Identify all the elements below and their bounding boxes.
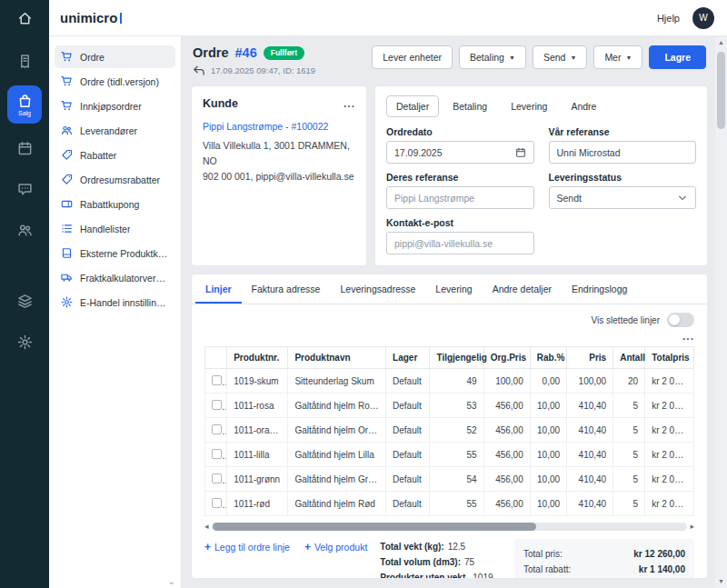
sidebar-item[interactable]: Rabatter (55, 144, 175, 166)
order-date-input[interactable]: 17.09.2025 (386, 141, 534, 164)
totals-info: Total vekt (kg): 12.5 Total volum (dm3):… (380, 539, 502, 579)
sidebar-scroll-chevron-icon[interactable]: ⌄ (168, 576, 175, 586)
row-checkbox[interactable] (212, 449, 222, 459)
cell-pris[interactable]: 410,40 (567, 418, 613, 443)
sidebar-item[interactable]: Eksterne Produktkataloger (55, 242, 175, 264)
summary-row: Total rabatt: kr 1 140,00 (523, 562, 685, 577)
cell-pris[interactable]: 410,40 (567, 443, 613, 467)
sidebar-item[interactable]: Rabattkupong (55, 193, 175, 215)
cell-pris[interactable]: 410,40 (567, 492, 613, 516)
send-dropdown-button[interactable]: Send▼ (533, 45, 587, 69)
more-dropdown-button[interactable]: Mer▼ (593, 45, 642, 69)
table-row[interactable]: 1011-oransje Galtåtind hjelm Oransje Def… (205, 418, 694, 443)
sidebar-item[interactable]: Ordre (tidl.versjon) (55, 70, 175, 93)
delivery-status-select[interactable]: Sendt (549, 186, 697, 209)
details-tab[interactable]: Andre (561, 95, 606, 117)
delivery-status-label: Leveringsstatus (549, 172, 697, 183)
settings-rail-icon[interactable] (7, 325, 42, 358)
lines-tab[interactable]: Leveringsadresse (330, 274, 425, 304)
details-tab[interactable]: Levering (501, 95, 557, 117)
row-checkbox[interactable] (212, 424, 222, 434)
layers-rail-icon[interactable] (7, 284, 42, 317)
add-order-line-link[interactable]: + Legg til ordre linje (204, 541, 290, 553)
scroll-up-arrow[interactable]: ▲ (718, 39, 724, 46)
cell-antall[interactable]: 5 (613, 394, 645, 418)
lines-tab[interactable]: Andre detaljer (483, 274, 562, 304)
sidebar-item[interactable]: Ordresumsrabatter (55, 168, 175, 191)
vertical-scrollbar: ▲ ▼ (715, 36, 727, 588)
table-row[interactable]: 1019-skum Sitteunderlag Skum Default 49 … (205, 369, 694, 394)
show-deleted-toggle[interactable] (667, 313, 694, 327)
deliver-units-button[interactable]: Lever enheter (372, 45, 453, 69)
cell-rabatt: 10,00 (530, 418, 566, 443)
orders-rail-icon[interactable] (7, 45, 42, 77)
contact-email-input[interactable] (386, 232, 534, 254)
sidebar-item[interactable]: Leverandører (55, 119, 175, 142)
sidebar-item[interactable]: Fraktkalkulatorverktøy (55, 266, 175, 289)
details-tab[interactable]: Betaling (443, 95, 497, 117)
cell-pris[interactable]: 410,40 (567, 394, 613, 418)
table-row[interactable]: 1011-rosa Galtåtind hjelm Rosa Default 5… (205, 394, 694, 418)
lines-tab[interactable]: Linjer (195, 274, 242, 304)
checkbox-column-header (205, 347, 227, 369)
scroll-left-arrow[interactable]: ◂ (204, 523, 209, 531)
sidebar-item[interactable]: Ordre (55, 45, 175, 68)
row-checkbox[interactable] (212, 498, 222, 508)
payment-dropdown-button[interactable]: Betaling▼ (459, 45, 526, 69)
contacts-rail-icon[interactable] (7, 214, 42, 246)
vscroll-track[interactable] (717, 48, 725, 575)
receipt-icon (17, 54, 33, 69)
main-content: Ordre #46 Fullført 17.09.2025 09:47, ID:… (182, 36, 715, 588)
cell-pris[interactable]: 410,40 (567, 467, 613, 492)
avatar[interactable]: W (692, 7, 714, 29)
lines-tab[interactable]: Faktura adresse (242, 274, 331, 304)
save-button[interactable]: Lagre (649, 45, 706, 69)
help-link[interactable]: Hjelp (657, 13, 680, 24)
lines-tab[interactable]: Endringslogg (562, 274, 637, 304)
column-header: Tilgjengelig (430, 347, 483, 369)
cell-totalpris: kr 2 052,00 (645, 418, 694, 443)
sales-rail-item-active[interactable]: Salg (7, 85, 42, 124)
details-tab[interactable]: Detaljer (386, 95, 439, 117)
row-checkbox[interactable] (212, 400, 222, 410)
layers-icon (17, 294, 33, 309)
summary-label: Total rabatt: (523, 564, 571, 574)
cell-antall[interactable]: 5 (613, 492, 645, 516)
row-checkbox[interactable] (212, 375, 222, 385)
select-product-link[interactable]: + Velg produkt (304, 541, 367, 553)
our-reference-input[interactable] (549, 141, 697, 164)
customer-link[interactable]: Pippi Langstrømpe - #100022 (203, 121, 355, 132)
order-summary: Total pris: kr 12 260,00 Total rabatt: k… (514, 539, 694, 579)
back-arrow-icon (193, 65, 204, 76)
sidebar-item[interactable]: E-Handel innstillinger (55, 291, 175, 314)
cell-totalpris: kr 2 052,00 (645, 394, 694, 418)
sidebar-item-label: Innkjøpsordrer (80, 101, 142, 112)
cell-pris[interactable]: 100,00 (567, 369, 613, 394)
table-row[interactable]: 1011-rød Galtåtind hjelm Rød Default 55 … (205, 492, 694, 516)
sidebar-item[interactable]: Handlelister (55, 217, 175, 240)
hscroll-track[interactable] (212, 523, 688, 531)
home-icon[interactable] (0, 0, 49, 36)
hscroll-thumb[interactable] (213, 523, 536, 531)
scroll-right-arrow[interactable]: ▸ (690, 523, 694, 531)
back-button[interactable] (193, 65, 204, 76)
scroll-down-arrow[interactable]: ▼ (718, 578, 724, 585)
cell-orgpris: 100,00 (483, 369, 530, 394)
sidebar-item[interactable]: Innkjøpsordrer (55, 95, 175, 117)
row-checkbox[interactable] (212, 473, 222, 483)
cell-antall[interactable]: 5 (613, 418, 645, 443)
cell-antall[interactable]: 5 (613, 467, 645, 492)
checkbox-cell (205, 443, 227, 467)
table-menu-button[interactable]: ... (682, 331, 694, 342)
their-reference-input[interactable] (386, 186, 534, 209)
cell-antall[interactable]: 20 (613, 369, 645, 394)
column-header: Org.Pris (483, 347, 530, 369)
cell-antall[interactable]: 5 (613, 443, 645, 467)
table-row[interactable]: 1011-grønn Galtåtind hjelm Grønn Default… (205, 467, 694, 492)
chat-rail-icon[interactable] (7, 173, 42, 205)
calendar-rail-icon[interactable] (7, 132, 42, 164)
vscroll-thumb[interactable] (717, 52, 725, 129)
table-row[interactable]: 1011-lilla Galtåtind hjelm Lilla Default… (205, 443, 694, 467)
lines-tab[interactable]: Levering (425, 274, 482, 304)
customer-menu-button[interactable]: ... (344, 98, 355, 109)
